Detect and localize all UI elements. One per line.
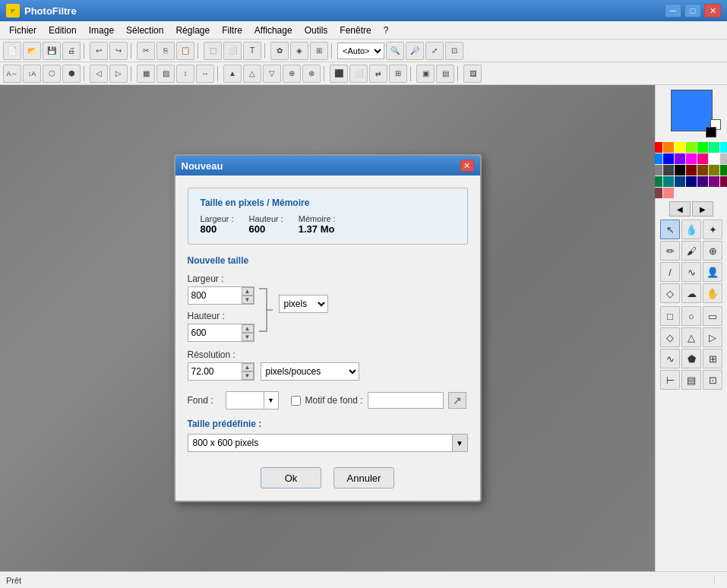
- shape-grid2[interactable]: ⊞: [703, 349, 722, 368]
- tb-plugin[interactable]: ◈: [290, 42, 308, 60]
- tb2-21[interactable]: ▤: [436, 65, 454, 83]
- preset-select[interactable]: ▼: [188, 434, 468, 452]
- shape-triangle[interactable]: △: [681, 327, 701, 347]
- motif-browse-button[interactable]: ↗: [448, 392, 466, 409]
- shape-arrow[interactable]: ▷: [703, 327, 722, 347]
- shape-ext[interactable]: ⊡: [703, 370, 722, 390]
- tb-select-all[interactable]: ⬚: [204, 42, 222, 60]
- tb2-10[interactable]: ↔: [196, 65, 214, 83]
- resolution-unit-select[interactable]: pixels/pouces pixels/cm: [261, 362, 359, 381]
- tb-fit[interactable]: ⤢: [425, 42, 444, 60]
- tb2-1[interactable]: A↔: [3, 65, 21, 83]
- palette-color[interactable]: [720, 165, 727, 175]
- tb2-6[interactable]: ▷: [109, 65, 128, 83]
- tool-person[interactable]: 👤: [703, 262, 722, 282]
- tb-print[interactable]: 🖨: [62, 42, 81, 60]
- tb-new[interactable]: 📄: [3, 42, 21, 60]
- menu-affichage[interactable]: Affichage: [248, 24, 299, 37]
- tb-text[interactable]: T: [243, 42, 261, 60]
- palette-color[interactable]: [697, 142, 708, 153]
- tb-save[interactable]: 💾: [43, 42, 61, 60]
- palette-color[interactable]: [720, 153, 727, 164]
- palette-color[interactable]: [697, 176, 708, 187]
- tb2-9[interactable]: ↕: [176, 65, 194, 83]
- tb2-11[interactable]: ▲: [223, 65, 242, 83]
- palette-color[interactable]: [686, 176, 697, 187]
- secondary-color-swatch[interactable]: [706, 127, 716, 138]
- palette-color[interactable]: [675, 153, 685, 164]
- tool-smudge[interactable]: ☁: [681, 283, 701, 303]
- unit-select[interactable]: pixels cm mm pouces: [279, 295, 328, 313]
- zoom-dropdown[interactable]: <Auto> 25% 50% 100% 200%: [337, 43, 384, 59]
- resolution-spin-up[interactable]: ▲: [242, 363, 254, 371]
- tb2-20[interactable]: ▣: [416, 65, 435, 83]
- tb2-12[interactable]: △: [243, 65, 261, 83]
- menu-help[interactable]: ?: [378, 24, 395, 37]
- tb2-3[interactable]: ⬡: [43, 65, 61, 83]
- palette-color[interactable]: [697, 153, 708, 164]
- resolution-spin-down[interactable]: ▼: [242, 371, 254, 380]
- tb-open[interactable]: 📂: [23, 42, 41, 60]
- tool-clone[interactable]: ⊕: [703, 241, 722, 261]
- tb-zoom-out[interactable]: 🔎: [406, 42, 424, 60]
- menu-image[interactable]: Image: [83, 24, 120, 37]
- tool-pencil[interactable]: ✏: [660, 241, 680, 261]
- tb-cut[interactable]: ✂: [137, 42, 155, 60]
- resolution-spinbox[interactable]: ▲ ▼: [188, 362, 254, 381]
- palette-color[interactable]: [709, 153, 719, 164]
- palette-color[interactable]: [709, 165, 719, 175]
- height-spinbox[interactable]: ▲ ▼: [188, 324, 254, 342]
- menu-filtre[interactable]: Filtre: [216, 24, 248, 37]
- tb2-13[interactable]: ▽: [263, 65, 281, 83]
- menu-outils[interactable]: Outils: [299, 24, 334, 37]
- tb-redo[interactable]: ↪: [109, 42, 128, 60]
- tool-brush[interactable]: 🖌: [681, 241, 701, 261]
- palette-color[interactable]: [697, 165, 708, 175]
- tb-deselect[interactable]: ⬜: [223, 42, 242, 60]
- tb-paste[interactable]: 📋: [176, 42, 194, 60]
- palette-color[interactable]: [663, 165, 674, 175]
- menu-fichier[interactable]: Fichier: [3, 24, 43, 37]
- menu-reglage[interactable]: Réglage: [169, 24, 216, 37]
- motif-checkbox[interactable]: [291, 396, 301, 406]
- tb-zoom-in[interactable]: 🔍: [386, 42, 404, 60]
- height-input[interactable]: [188, 324, 242, 341]
- tb2-5[interactable]: ◁: [90, 65, 108, 83]
- preset-input[interactable]: [188, 435, 452, 451]
- tb2-22[interactable]: 🖼: [463, 65, 482, 83]
- shape-poly[interactable]: ⬟: [681, 349, 701, 368]
- tb2-8[interactable]: ▧: [156, 65, 175, 83]
- shape-fill[interactable]: ▤: [681, 370, 701, 390]
- preset-dropdown-arrow[interactable]: ▼: [452, 435, 467, 451]
- tb2-2[interactable]: ↕A: [23, 65, 41, 83]
- palette-color[interactable]: [663, 188, 674, 198]
- motif-input[interactable]: [368, 392, 444, 409]
- palette-color[interactable]: [720, 142, 727, 153]
- tb-actualsize[interactable]: ⊡: [445, 42, 463, 60]
- dialog-close-button[interactable]: ✕: [460, 160, 474, 172]
- minimize-button[interactable]: ─: [665, 4, 681, 17]
- height-spin-up[interactable]: ▲: [242, 324, 254, 333]
- width-spinbox[interactable]: ▲ ▼: [188, 286, 254, 305]
- shape-rect[interactable]: □: [660, 306, 680, 326]
- width-spin-up[interactable]: ▲: [242, 287, 254, 296]
- tb2-19[interactable]: ⊞: [389, 65, 407, 83]
- shape-pipe[interactable]: ⊢: [660, 370, 680, 390]
- tb2-18[interactable]: ⇄: [369, 65, 387, 83]
- tb-stamp[interactable]: ✿: [270, 42, 289, 60]
- palette-color[interactable]: [709, 176, 719, 187]
- palette-color[interactable]: [663, 176, 674, 187]
- bg-color-arrow[interactable]: ▼: [264, 392, 278, 409]
- tool-dropper[interactable]: 💧: [681, 220, 701, 239]
- palette-color[interactable]: [686, 165, 697, 175]
- tb-frame[interactable]: ⊞: [310, 42, 328, 60]
- tb2-14[interactable]: ⊕: [283, 65, 301, 83]
- tb2-17[interactable]: ⬜: [349, 65, 368, 83]
- tool-hand[interactable]: ✋: [703, 283, 722, 303]
- tb-copy[interactable]: ⎘: [156, 42, 175, 60]
- tb2-15[interactable]: ⊗: [302, 65, 321, 83]
- palette-color[interactable]: [663, 153, 674, 164]
- width-input[interactable]: [188, 287, 242, 304]
- shape-ellipse[interactable]: ○: [681, 306, 701, 326]
- tb-undo[interactable]: ↩: [90, 42, 108, 60]
